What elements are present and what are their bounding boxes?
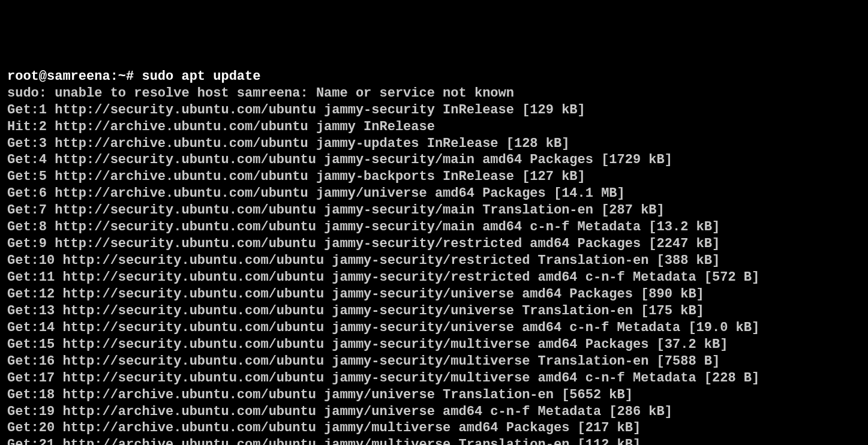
- terminal-output-line: Get:3 http://archive.ubuntu.com/ubuntu j…: [7, 136, 861, 152]
- terminal-output-line: Get:11 http://security.ubuntu.com/ubuntu…: [7, 269, 861, 286]
- terminal-output-line: Get:7 http://security.ubuntu.com/ubuntu …: [7, 202, 861, 219]
- terminal-output-line: Get:4 http://security.ubuntu.com/ubuntu …: [7, 152, 861, 169]
- terminal-output-line: Get:15 http://security.ubuntu.com/ubuntu…: [7, 336, 861, 353]
- shell-prompt: root@samreena:~#: [7, 69, 142, 84]
- terminal-output-line: Get:13 http://security.ubuntu.com/ubuntu…: [7, 303, 861, 320]
- terminal-output-line: Get:12 http://security.ubuntu.com/ubuntu…: [7, 286, 861, 303]
- terminal-output-line: Get:18 http://archive.ubuntu.com/ubuntu …: [7, 387, 861, 404]
- terminal-output-line: Get:1 http://security.ubuntu.com/ubuntu …: [7, 102, 861, 119]
- terminal-output-line: Get:17 http://security.ubuntu.com/ubuntu…: [7, 370, 861, 387]
- terminal-output-line: Get:8 http://security.ubuntu.com/ubuntu …: [7, 219, 861, 236]
- terminal-output-line: Get:9 http://security.ubuntu.com/ubuntu …: [7, 236, 861, 252]
- output-lines: sudo: unable to resolve host samreena: N…: [7, 85, 861, 445]
- terminal-output-line: Get:5 http://archive.ubuntu.com/ubuntu j…: [7, 169, 861, 185]
- terminal-output-line: Hit:2 http://archive.ubuntu.com/ubuntu j…: [7, 119, 861, 136]
- terminal-output-line: Get:10 http://security.ubuntu.com/ubuntu…: [7, 252, 861, 269]
- terminal-output-line: sudo: unable to resolve host samreena: N…: [7, 85, 861, 102]
- terminal-output-line: Get:14 http://security.ubuntu.com/ubuntu…: [7, 320, 861, 336]
- command-text: sudo apt update: [142, 69, 260, 84]
- terminal-output-line: Get:16 http://security.ubuntu.com/ubuntu…: [7, 353, 861, 370]
- terminal-output-line: Get:20 http://archive.ubuntu.com/ubuntu …: [7, 420, 861, 437]
- terminal-output-line: Get:19 http://archive.ubuntu.com/ubuntu …: [7, 404, 861, 420]
- terminal-output-line: Get:21 http://archive.ubuntu.com/ubuntu …: [7, 437, 861, 445]
- terminal-output-line: Get:6 http://archive.ubuntu.com/ubuntu j…: [7, 185, 861, 202]
- terminal-container[interactable]: root@samreena:~# sudo apt update sudo: u…: [7, 68, 861, 445]
